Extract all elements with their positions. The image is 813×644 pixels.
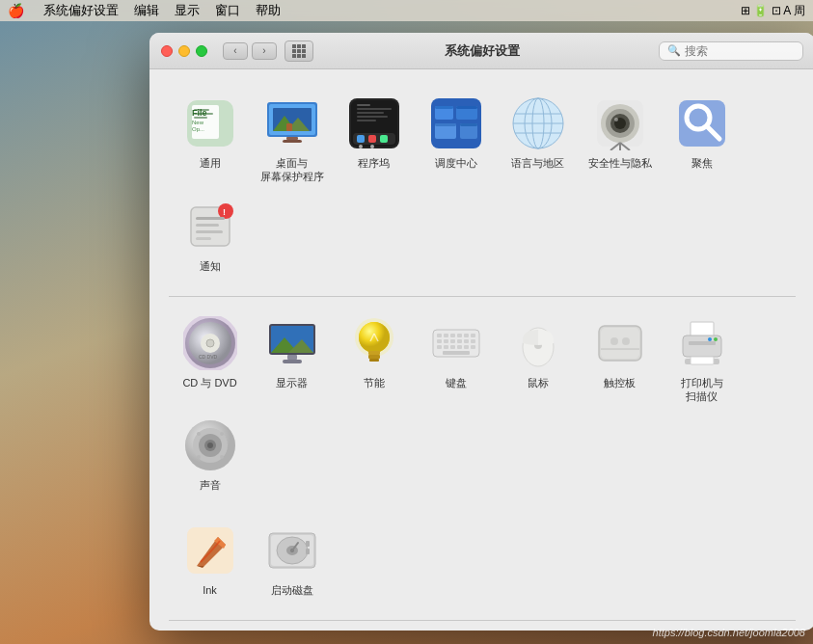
apple-menu[interactable]: 🍎	[8, 3, 24, 18]
maximize-button[interactable]	[196, 45, 207, 57]
startup-label: 启动磁盘	[271, 583, 313, 597]
mission-label: 调度中心	[435, 156, 477, 170]
svg-rect-81	[368, 355, 380, 359]
svg-text:!: !	[223, 207, 226, 217]
sidebar-item-spotlight[interactable]: 聚焦	[661, 89, 743, 192]
displays-icon	[265, 316, 319, 370]
menu-preferences[interactable]: 系统偏好设置	[43, 2, 119, 19]
svg-rect-102	[464, 345, 469, 349]
show-all-button[interactable]	[285, 40, 313, 62]
spotlight-icon	[675, 96, 729, 150]
divider-2	[169, 620, 796, 621]
svg-rect-15	[283, 140, 302, 143]
sidebar-item-dock[interactable]: 程序坞	[333, 89, 415, 192]
desktop-icon	[265, 96, 319, 150]
svg-rect-36	[435, 123, 456, 126]
forward-button[interactable]: ›	[252, 42, 277, 60]
other-hardware-grid: Ink	[169, 512, 796, 608]
menu-help[interactable]: 帮助	[256, 2, 281, 19]
search-input[interactable]	[685, 44, 795, 58]
back-button[interactable]: ‹	[223, 42, 248, 60]
svg-point-111	[610, 337, 618, 345]
search-icon: 🔍	[667, 44, 681, 57]
spotlight-label: 聚焦	[691, 156, 713, 170]
sidebar-item-general[interactable]: File New Op... 通用	[169, 89, 251, 192]
sidebar-item-sound[interactable]: 声音	[169, 411, 251, 499]
sidebar-item-energy[interactable]: 节能	[333, 309, 415, 412]
svg-rect-92	[437, 339, 442, 343]
svg-point-22	[359, 145, 363, 148]
window-title: 系统偏好设置	[445, 42, 520, 60]
grid-icon	[292, 44, 306, 58]
language-icon	[511, 96, 565, 150]
general-label: 通用	[200, 156, 221, 170]
sidebar-item-startup[interactable]: 启动磁盘	[251, 516, 333, 604]
menu-window[interactable]: 窗口	[215, 2, 240, 19]
energy-icon	[347, 316, 401, 370]
svg-rect-138	[306, 549, 310, 554]
close-button[interactable]	[161, 45, 173, 57]
svg-point-128	[197, 455, 201, 459]
sidebar-item-keyboard[interactable]: 键盘	[415, 309, 497, 412]
security-icon	[593, 96, 647, 150]
nav-buttons: ‹ ›	[223, 42, 277, 60]
menu-view[interactable]: 显示	[175, 2, 200, 19]
svg-rect-14	[286, 137, 298, 140]
sidebar-item-cddvd[interactable]: CD DVD CD 与 DVD	[169, 309, 251, 412]
mouse-label: 鼠标	[528, 376, 549, 389]
content-area: File New Op... 通用	[149, 69, 813, 631]
menubar-right: ⊞ 🔋 ⊡ A 周	[741, 3, 805, 19]
sidebar-item-notifications[interactable]: ! 通知	[169, 192, 251, 281]
sound-icon	[183, 418, 237, 472]
sidebar-item-mission[interactable]: 调度中心	[415, 89, 497, 192]
svg-text:Op...: Op...	[192, 126, 204, 132]
svg-point-68	[206, 339, 214, 347]
sidebar-item-trackpad[interactable]: 触控板	[579, 309, 661, 412]
sidebar-item-mouse[interactable]: 鼠标	[497, 309, 579, 412]
sidebar-item-language[interactable]: 语言与地区	[497, 89, 579, 192]
menu-edit[interactable]: 编辑	[134, 2, 159, 19]
svg-rect-87	[444, 334, 448, 337]
sidebar-item-printer[interactable]: 打印机与扫描仪	[661, 309, 743, 412]
svg-rect-19	[357, 135, 365, 143]
svg-rect-60	[196, 217, 225, 220]
notifications-icon: !	[183, 200, 237, 254]
svg-rect-63	[196, 237, 211, 240]
printer-label: 打印机与扫描仪	[681, 376, 723, 404]
svg-point-50	[614, 118, 618, 121]
svg-point-127	[220, 432, 224, 436]
preferences-window: ‹ › 系统偏好设置 🔍	[149, 33, 813, 631]
desktop-label: 桌面与屏幕保护程序	[260, 156, 324, 184]
svg-rect-62	[196, 230, 223, 233]
svg-point-58	[218, 203, 233, 219]
svg-rect-75	[287, 355, 297, 360]
svg-rect-89	[457, 334, 462, 337]
svg-rect-80	[368, 351, 380, 355]
menubar-icons: ⊞ 🔋 ⊡ A 周	[741, 3, 805, 19]
svg-rect-20	[368, 135, 376, 143]
hardware-grid: CD DVD CD 与 DVD	[169, 305, 796, 504]
svg-rect-82	[369, 359, 379, 362]
energy-label: 节能	[364, 376, 385, 389]
sidebar-item-desktop[interactable]: 桌面与屏幕保护程序	[251, 89, 333, 192]
svg-rect-95	[457, 339, 462, 343]
svg-point-129	[220, 455, 224, 459]
svg-rect-98	[437, 345, 442, 349]
svg-point-112	[622, 337, 630, 345]
svg-rect-61	[196, 224, 219, 227]
menubar: 🍎 系统偏好设置 编辑 显示 窗口 帮助 ⊞ 🔋 ⊡ A 周	[0, 0, 813, 21]
search-box[interactable]: 🔍	[659, 41, 803, 61]
watermark: https://blog.csdn.net/joomla2008	[653, 627, 805, 638]
svg-rect-27	[357, 116, 388, 118]
sidebar-item-ink[interactable]: Ink	[169, 516, 251, 604]
sidebar-item-displays[interactable]: 显示器	[251, 309, 333, 412]
svg-point-23	[370, 145, 374, 148]
svg-rect-76	[283, 360, 302, 363]
startup-icon	[265, 523, 319, 577]
svg-rect-86	[437, 334, 442, 337]
section-hardware: CD DVD CD 与 DVD	[169, 305, 796, 504]
traffic-lights	[161, 45, 207, 57]
sidebar-item-security[interactable]: 安全性与隐私	[579, 89, 661, 192]
dock-label: 程序坞	[358, 156, 390, 170]
minimize-button[interactable]	[178, 45, 190, 57]
